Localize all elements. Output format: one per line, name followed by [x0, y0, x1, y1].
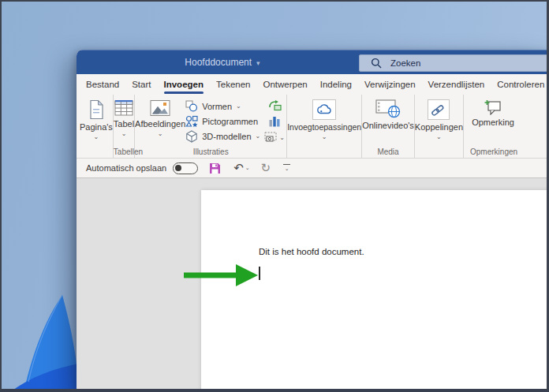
- document-page[interactable]: [201, 190, 549, 392]
- paginas-button[interactable]: Pagina's ⌄: [80, 95, 113, 158]
- ribbon-group-paginas: Pagina's ⌄: [80, 95, 114, 158]
- redo-icon: ↻: [261, 162, 271, 174]
- icons-icon: [185, 115, 198, 127]
- smartart-icon: [268, 100, 282, 111]
- document-area: Dit is het hoofd document.: [77, 178, 549, 392]
- search-icon: [371, 58, 382, 69]
- document-text: Dit is het hoofd document.: [259, 247, 364, 256]
- tab-controleren[interactable]: Controleren: [491, 74, 549, 95]
- online-video-icon: [375, 99, 401, 118]
- quick-access-toolbar: Automatisch opslaan ↶ ⌄ ↻: [77, 159, 549, 178]
- chevron-down-icon: ⌄: [236, 103, 241, 110]
- desktop-wallpaper: Hoofddocument ▾ Bestand Start Invoegen T…: [0, 0, 549, 392]
- annotation-arrow: [184, 263, 260, 288]
- chevron-down-icon: ⌄: [256, 133, 261, 140]
- group-label-illustraties: Illustraties: [135, 147, 286, 156]
- image-icon: [150, 99, 170, 117]
- schermopname-button[interactable]: ⌄: [264, 131, 285, 143]
- pictogrammen-button[interactable]: Pictogrammen: [185, 115, 263, 127]
- ribbon-group-illustraties: Afbeeldingen ⌄ Vormen ⌄: [135, 95, 287, 158]
- tab-bestand[interactable]: Bestand: [80, 74, 125, 95]
- chevron-down-icon: ⌄: [322, 134, 327, 140]
- autosave-label: Automatisch opslaan: [86, 163, 166, 173]
- invoegtoepassingen-button[interactable]: Invoegtoepassingen ⌄: [287, 95, 361, 158]
- qat-overflow-icon: [283, 164, 290, 166]
- ribbon-group-media: Onlinevideo's Media: [362, 95, 415, 158]
- ribbon-group-invoegtoepassingen: Invoegtoepassingen ⌄: [287, 95, 362, 158]
- document-title: Hoofddocument: [185, 57, 252, 68]
- link-icon: [428, 99, 450, 120]
- tab-ontwerpen[interactable]: Ontwerpen: [256, 74, 313, 95]
- autosave-toggle-knob: [175, 165, 181, 171]
- chevron-down-icon: ⌄: [245, 165, 250, 171]
- group-label-media: Media: [362, 147, 414, 156]
- redo-button[interactable]: ↻: [261, 162, 271, 174]
- screenshot-icon: [264, 132, 278, 142]
- vormen-button[interactable]: Vormen ⌄: [185, 100, 263, 112]
- smartart-button[interactable]: [268, 99, 282, 111]
- group-label-opmerkingen: Opmerkingen: [464, 147, 549, 156]
- wallpaper-bloom-shape: [0, 258, 79, 392]
- save-icon: [209, 162, 221, 174]
- comment-add-icon: [484, 99, 502, 115]
- ribbon-tab-strip: Bestand Start Invoegen Tekenen Ontwerpen…: [77, 74, 549, 95]
- chevron-down-icon: ⌄: [436, 134, 442, 140]
- ribbon-group-opmerkingen: Opmerking Opmerkingen: [464, 95, 549, 158]
- ribbon-group-koppelingen: Koppelingen ⌄: [415, 95, 464, 158]
- word-window: Hoofddocument ▾ Bestand Start Invoegen T…: [77, 50, 549, 392]
- ribbon: Pagina's ⌄ Tabel ⌄ Tabellen: [77, 95, 549, 159]
- koppelingen-button[interactable]: Koppelingen ⌄: [415, 95, 463, 158]
- qat-overflow-button[interactable]: ⌄: [283, 164, 290, 173]
- title-bar: Hoofddocument ▾: [77, 50, 549, 74]
- grafiek-button[interactable]: [269, 115, 281, 127]
- document-title-dropdown[interactable]: Hoofddocument ▾: [144, 50, 301, 74]
- title-caret-icon: ▾: [256, 58, 260, 67]
- table-icon: [114, 99, 133, 117]
- search-input[interactable]: [389, 58, 549, 69]
- ribbon-group-tabellen: Tabel ⌄ Tabellen: [114, 95, 135, 158]
- search-box[interactable]: [359, 54, 549, 72]
- chevron-down-icon: ⌄: [94, 134, 99, 140]
- tab-start[interactable]: Start: [125, 74, 157, 95]
- page-icon: [88, 99, 105, 120]
- chevron-down-icon: ⌄: [158, 131, 163, 137]
- addin-icon: [312, 99, 336, 120]
- chart-icon: [269, 116, 281, 127]
- shapes-icon: [185, 100, 198, 112]
- tab-invoegen[interactable]: Invoegen: [158, 74, 210, 95]
- tab-verwijzingen[interactable]: Verwijzingen: [358, 74, 422, 95]
- undo-button[interactable]: ↶ ⌄: [233, 162, 249, 174]
- 3d-modellen-button[interactable]: 3D-modellen ⌄: [185, 130, 263, 142]
- save-button[interactable]: [209, 162, 221, 174]
- cube-3d-icon: [185, 130, 198, 143]
- tab-indeling[interactable]: Indeling: [314, 74, 358, 95]
- chevron-down-icon: ⌄: [121, 131, 127, 137]
- tab-tekenen[interactable]: Tekenen: [210, 74, 256, 95]
- chevron-down-icon: ⌄: [279, 135, 285, 141]
- group-label-tabellen: Tabellen: [114, 147, 134, 156]
- undo-icon: ↶: [233, 162, 244, 174]
- tab-verzendlijsten[interactable]: Verzendlijsten: [422, 74, 491, 95]
- autosave-toggle[interactable]: [173, 162, 198, 174]
